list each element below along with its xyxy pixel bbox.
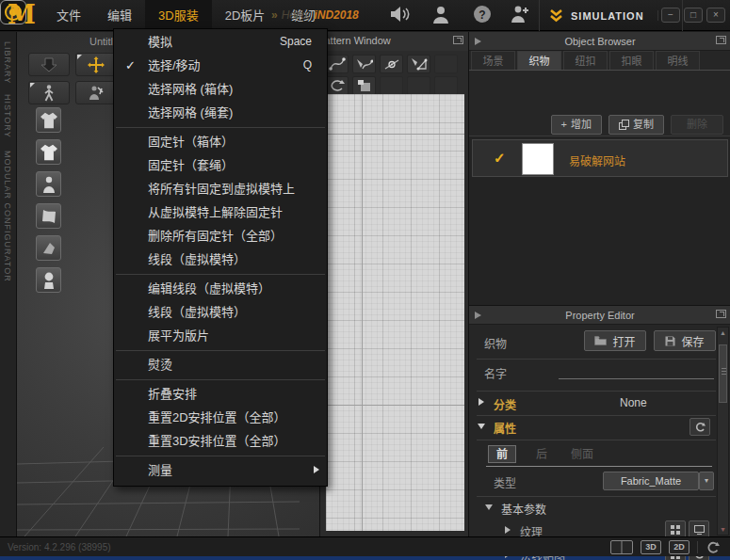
divider <box>477 359 716 360</box>
pattern-canvas[interactable] <box>326 94 464 531</box>
pattern-guide-vline <box>362 94 363 531</box>
pattern-tool-8-button[interactable] <box>407 76 430 95</box>
menu-item-pressing[interactable]: 熨烫 <box>114 353 327 376</box>
down-arrow-icon <box>41 57 57 72</box>
category-value[interactable]: None <box>620 396 647 409</box>
sidebar-tab-library[interactable]: LIBRARY <box>3 41 12 84</box>
menu-item-select-mesh-box[interactable]: 选择网格 (箱体) <box>114 77 327 101</box>
edit-curve-tool-button[interactable] <box>325 55 349 73</box>
help-icon[interactable]: ? <box>473 5 492 24</box>
delete-fabric-button[interactable]: 删除 <box>671 115 723 135</box>
save-fabric-button[interactable]: 保存 <box>654 330 716 351</box>
open-fabric-button[interactable]: 打开 <box>584 330 646 351</box>
library-item-garment-2[interactable] <box>36 139 61 165</box>
divider <box>477 415 716 416</box>
menu-file[interactable]: 文件 <box>43 0 94 31</box>
add-point-tool-button[interactable] <box>380 55 403 73</box>
property-editor-scrollbar[interactable]: ▲ ▼ <box>717 327 729 536</box>
tab-scene[interactable]: 场景 <box>471 51 515 70</box>
close-button[interactable]: × <box>706 8 725 23</box>
texture-expand-icon[interactable] <box>505 526 511 534</box>
menu-item-edit-tape-avatar[interactable]: 编辑线段（虚拟模特） <box>114 277 327 300</box>
maximize-button[interactable]: □ <box>684 8 703 23</box>
scroll-down-icon[interactable]: ▼ <box>718 526 728 533</box>
library-item-fabric-2[interactable] <box>36 235 61 261</box>
pin-avatar-tool-button[interactable] <box>75 81 117 104</box>
divider <box>477 496 716 497</box>
edit-texture-tool-button[interactable] <box>352 76 376 95</box>
menu-item-tape-avatar-2[interactable]: 线段（虚拟模特） <box>114 300 327 324</box>
menu-item-select-mesh-lasso[interactable]: 选择网格 (绳套) <box>114 101 327 124</box>
sync-button[interactable] <box>706 541 720 553</box>
menu-2d-pattern[interactable]: 2D板片 <box>212 0 279 31</box>
menu-item-measure[interactable]: 测量 <box>114 458 327 482</box>
pattern-window-expand-icon[interactable] <box>453 36 463 44</box>
split-view-button[interactable] <box>610 540 633 554</box>
minimize-button[interactable]: − <box>661 8 680 23</box>
menu-item-simulate[interactable]: 模拟 Space <box>114 30 327 54</box>
fabric-check-icon[interactable]: ✓ <box>494 150 506 167</box>
user-account-icon[interactable] <box>431 5 450 24</box>
move-tool-button[interactable] <box>75 53 117 76</box>
scrollbar-thumb[interactable] <box>719 344 727 403</box>
name-field[interactable] <box>559 378 714 379</box>
edit-polygon-tool-button[interactable] <box>407 55 430 73</box>
tab-buttonhole[interactable]: 扣眼 <box>609 51 654 70</box>
menu-item-reset-2d-arrangement[interactable]: 重置2D安排位置（全部） <box>114 406 327 429</box>
library-item-fabric-1[interactable] <box>36 203 61 229</box>
add-fabric-button[interactable]: + 增加 <box>551 115 602 135</box>
menu-item-pin-box[interactable]: 固定针（箱体） <box>114 130 327 153</box>
dropdown-caret-icon[interactable]: ▾ <box>699 472 714 490</box>
submenu-arrow-icon <box>314 466 319 473</box>
library-item-garment-1[interactable] <box>36 107 61 133</box>
basic-params-collapse-icon[interactable] <box>485 504 493 510</box>
fabric-list-item[interactable]: ✓ 易破解网站 <box>472 139 728 177</box>
edit-curve-point-tool-button[interactable] <box>352 55 376 73</box>
speaker-icon[interactable] <box>389 5 410 24</box>
menu-item-flatten-as-pattern[interactable]: 展平为版片 <box>114 324 327 347</box>
rotate-pattern-tool-button[interactable] <box>325 76 349 95</box>
type-label: 类型 <box>494 474 516 490</box>
sidebar-tab-modular-configurator[interactable]: MODULAR CONFIGURATOR <box>3 151 12 282</box>
tab-button[interactable]: 纽扣 <box>563 51 608 70</box>
property-collapse-icon[interactable] <box>478 424 485 429</box>
material-type-dropdown[interactable]: Fabric_Matte <box>603 472 699 490</box>
library-item-avatar[interactable] <box>36 171 61 197</box>
fabric-swatch[interactable] <box>522 143 554 175</box>
view-tab-back[interactable]: 后 <box>527 446 556 463</box>
menu-item-shortcut: Q <box>303 54 312 77</box>
menu-item-select-move[interactable]: ✓ 选择/移动 Q <box>114 54 327 77</box>
menu-item-tape-avatar-1[interactable]: 线段（虚拟模特） <box>114 248 327 271</box>
dock-arrow-icon[interactable] <box>475 312 481 319</box>
object-browser-expand-icon[interactable] <box>716 36 726 44</box>
menu-item-pin-all-to-avatar[interactable]: 将所有针固定到虚拟模特上 <box>114 177 327 200</box>
gizmo-down-tool-button[interactable] <box>28 53 70 76</box>
view-tab-side[interactable]: 侧面 <box>565 446 599 463</box>
copy-fabric-button[interactable]: 复制 <box>608 115 664 135</box>
view-2d-button[interactable]: 2D <box>669 540 689 554</box>
scroll-up-icon[interactable]: ▲ <box>718 329 728 336</box>
property-refresh-button[interactable] <box>689 418 710 436</box>
library-item-head[interactable] <box>36 267 61 293</box>
pattern-tool-9-button[interactable] <box>434 76 458 95</box>
menu-item-reset-3d-arrangement[interactable]: 重置3D安排位置（全部） <box>114 429 327 453</box>
view-tab-front[interactable]: 前 <box>488 445 516 463</box>
menu-3d-garment[interactable]: 3D服装 <box>145 0 212 31</box>
menu-item-fold-arrangement[interactable]: 折叠安排 <box>114 382 327 406</box>
pattern-tool-7-button[interactable] <box>380 76 403 95</box>
menu-item-unpin-from-avatar[interactable]: 从虚拟模特上解除固定针 <box>114 200 327 224</box>
tab-fabric[interactable]: 织物 <box>517 51 561 70</box>
tab-topstitch[interactable]: 明线 <box>656 51 700 70</box>
pattern-tool-5-button[interactable] <box>434 55 458 73</box>
dock-arrow-icon[interactable] <box>475 38 481 45</box>
menu-edit[interactable]: 编辑 <box>94 0 145 31</box>
sidebar-tab-history[interactable]: HISTORY <box>3 94 12 138</box>
walk-avatar-tool-button[interactable] <box>28 81 70 104</box>
menu-item-delete-all-pins[interactable]: 删除所有固定针（全部） <box>114 224 327 248</box>
view-3d-button[interactable]: 3D <box>641 540 661 554</box>
category-expand-icon[interactable] <box>479 398 484 406</box>
menu-item-pin-lasso[interactable]: 固定针（套绳） <box>114 153 327 177</box>
avatar-add-icon[interactable] <box>509 5 531 24</box>
property-editor-expand-icon[interactable] <box>716 310 726 318</box>
pattern-window-2d[interactable]: 2D Pattern Window <box>320 32 468 536</box>
